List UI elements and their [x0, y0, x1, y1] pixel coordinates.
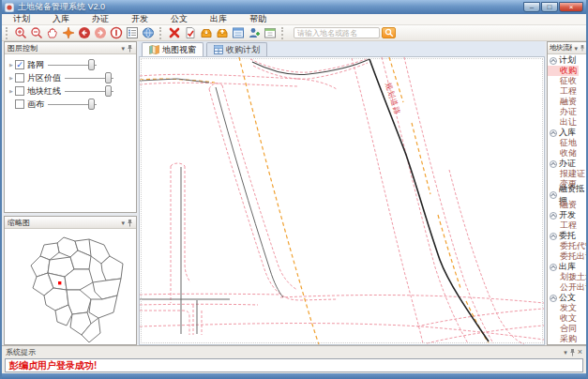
table-icon [214, 45, 223, 54]
process-group-header[interactable]: 开发 [548, 210, 587, 220]
add-user-icon[interactable] [246, 26, 262, 40]
zoom-out-icon[interactable] [28, 26, 44, 40]
thumbnail-panel-title: 缩略图 [8, 218, 119, 228]
minimize-button[interactable]: – [523, 2, 540, 12]
menu-item[interactable]: 帮助 [238, 13, 278, 25]
back-arrow-icon[interactable] [76, 26, 92, 40]
identify-icon[interactable] [108, 26, 124, 40]
pin-icon[interactable] [127, 219, 133, 227]
form-window-icon[interactable] [230, 26, 246, 40]
toolbar-grip[interactable] [6, 27, 9, 39]
process-item[interactable]: 划拨土地 [548, 272, 587, 282]
slider-handle[interactable] [105, 72, 112, 83]
close-button[interactable]: × [559, 2, 583, 12]
close-panel-icon[interactable]: × [578, 347, 582, 357]
process-item[interactable]: 征地 [548, 138, 587, 148]
edit-document-icon[interactable] [182, 26, 198, 40]
process-item[interactable]: 办证 [548, 107, 587, 117]
layer-checkbox[interactable] [15, 99, 24, 109]
pin-icon[interactable] [580, 44, 585, 52]
tab-map-view[interactable]: 地图视窗 [142, 42, 204, 56]
expand-arrow-icon[interactable]: ▶ [8, 88, 15, 94]
collapse-chevron-icon[interactable] [550, 57, 557, 65]
layer-checkbox[interactable] [15, 73, 24, 83]
process-group-header[interactable]: 办证 [548, 159, 587, 169]
map-icon [149, 45, 159, 54]
process-group-header[interactable]: 公文 [548, 293, 587, 303]
layer-label[interactable]: 地块红线 [27, 85, 61, 98]
process-item[interactable]: 报建证 [548, 169, 587, 179]
overview-map[interactable] [5, 229, 136, 344]
process-item[interactable]: 收购 [548, 66, 579, 76]
process-item[interactable]: 合同 [548, 324, 587, 334]
search-button[interactable] [382, 27, 396, 38]
toolbar-grip[interactable] [159, 27, 163, 39]
menu-item[interactable]: 计划 [2, 13, 41, 25]
collapse-chevron-icon[interactable] [550, 212, 557, 220]
collapse-chevron-icon[interactable] [550, 160, 557, 168]
search-input[interactable] [294, 27, 380, 38]
maximize-button[interactable]: □ [541, 2, 558, 12]
app-window: 土地储备管理系统 V2.0 – □ × 计划入库办证开发公文出库帮助 [0, 0, 588, 379]
collapse-chevron-icon[interactable] [550, 191, 557, 199]
calendar-icon[interactable] [262, 26, 278, 40]
process-item[interactable]: 发文 [548, 303, 587, 313]
collapse-chevron-icon[interactable] [550, 233, 557, 240]
pin-icon[interactable] [569, 348, 576, 356]
map-layers-icon[interactable] [140, 26, 156, 40]
layer-checkbox[interactable] [15, 86, 24, 96]
process-item[interactable]: 收文 [548, 313, 587, 324]
process-group-header[interactable]: 融资抵押 [548, 190, 587, 200]
collapse-chevron-icon[interactable] [550, 129, 557, 137]
layer-panel-title: 图层控制 [8, 43, 119, 53]
process-item[interactable]: 征收 [548, 76, 587, 86]
parcel-process-panel: 地块流程 ▾ 计划收购征收工程融资办证出让入库征地收储办证报建证变更融资抵押融资… [547, 41, 588, 345]
toolbar-grip[interactable] [281, 27, 285, 39]
export-inbox-icon[interactable] [214, 26, 230, 40]
opacity-slider[interactable] [65, 85, 113, 97]
slider-handle[interactable] [88, 99, 95, 110]
process-group-header[interactable]: 入库 [548, 128, 587, 138]
menu-item[interactable]: 公文 [159, 13, 199, 25]
delete-icon[interactable] [166, 26, 182, 40]
opacity-slider[interactable] [48, 59, 97, 70]
pan-hand-icon[interactable] [44, 26, 60, 40]
menu-item[interactable]: 出库 [199, 13, 238, 25]
pin-icon[interactable] [127, 44, 133, 53]
layer-label[interactable]: 片区价值 [27, 72, 61, 84]
collapse-chevron-icon[interactable] [550, 264, 557, 271]
map-viewport[interactable]: 规划道路 [139, 56, 545, 345]
tab-acquisition-plan[interactable]: 收购计划 [206, 42, 267, 56]
expand-arrow-icon[interactable]: ▶ [8, 75, 15, 81]
forward-arrow-icon[interactable] [92, 26, 108, 40]
layer-label[interactable]: 画布 [27, 99, 44, 111]
window-frame-bottom [2, 373, 586, 379]
process-group-header[interactable]: 计划 [548, 55, 587, 66]
slider-handle[interactable] [105, 85, 112, 97]
import-inbox-icon[interactable] [198, 26, 214, 40]
menu-item[interactable]: 办证 [81, 13, 120, 25]
menu-item[interactable]: 开发 [120, 13, 159, 25]
dock-menu-icon[interactable]: ▾ [121, 43, 125, 53]
expand-arrow-icon[interactable]: ▶ [8, 62, 15, 68]
process-item[interactable]: 采购 [548, 334, 587, 344]
menu-item[interactable]: 入库 [41, 13, 81, 25]
dock-menu-icon[interactable]: ▾ [564, 347, 567, 357]
thumbnail-panel: 缩略图 ▾ [4, 216, 137, 345]
attribute-list-icon[interactable] [124, 26, 140, 40]
layer-checkbox[interactable]: ✓ [15, 60, 24, 69]
opacity-slider[interactable] [65, 72, 113, 83]
process-group-header[interactable]: 出库 [548, 262, 587, 272]
process-item[interactable]: 工程 [548, 86, 587, 97]
dock-menu-icon[interactable]: ▾ [574, 43, 578, 53]
collapse-chevron-icon[interactable] [550, 295, 557, 302]
slider-handle[interactable] [88, 59, 95, 70]
full-extent-icon[interactable] [60, 26, 76, 40]
layer-label[interactable]: 路网 [27, 59, 44, 71]
process-item[interactable]: 融资 [548, 97, 587, 107]
zoom-in-icon[interactable] [12, 26, 28, 40]
opacity-slider[interactable] [48, 99, 97, 110]
process-item[interactable]: 委托代管 [548, 241, 587, 251]
process-group-header[interactable]: 委托 [548, 231, 587, 241]
dock-menu-icon[interactable]: ▾ [121, 218, 125, 228]
